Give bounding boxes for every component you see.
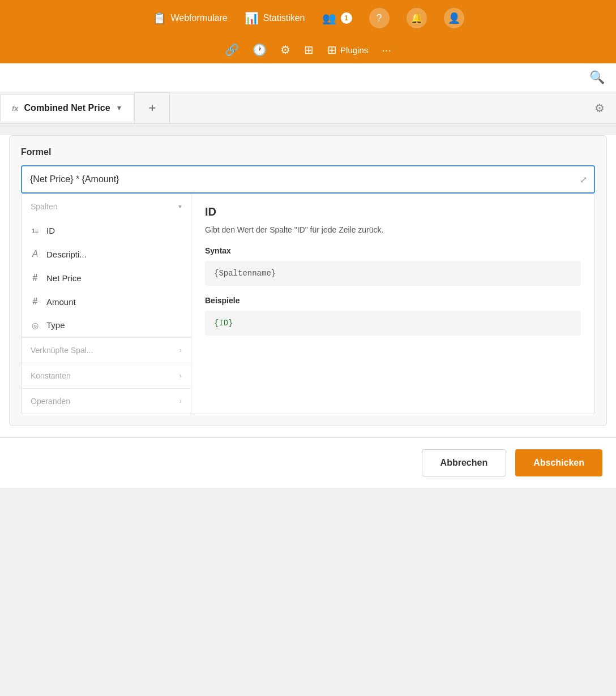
code-icon: ⊞ bbox=[304, 43, 314, 57]
id-icon: 1≡ bbox=[31, 227, 40, 234]
konstanten-label: Konstanten bbox=[31, 371, 71, 380]
bell-icon: 🔔 bbox=[410, 12, 423, 24]
more-icon: ··· bbox=[382, 44, 391, 57]
statistiken-icon: 📊 bbox=[245, 11, 259, 25]
plugins-grid-icon: ⊞ bbox=[327, 43, 337, 57]
operanden-section[interactable]: Operanden › bbox=[22, 388, 191, 414]
syntax-label: Syntax bbox=[205, 246, 581, 255]
list-item[interactable]: # Net Price bbox=[22, 266, 191, 290]
users-icon: 👥 bbox=[322, 11, 336, 25]
nav-statistiken[interactable]: 📊 Statistiken bbox=[245, 11, 305, 25]
hash-icon-2: # bbox=[31, 297, 40, 307]
syntax-value: {Spaltenname} bbox=[214, 269, 276, 278]
gear-icon: ⚙ bbox=[594, 102, 605, 114]
letter-icon: A bbox=[31, 249, 40, 259]
syntax-code: {Spaltenname} bbox=[205, 261, 581, 286]
chevron-right-icon-1: › bbox=[179, 346, 182, 354]
webformulare-icon: 📋 bbox=[152, 11, 166, 25]
expand-icon[interactable]: ⤢ bbox=[580, 174, 587, 185]
help-icon: ? bbox=[376, 12, 382, 24]
share-icon: 🔗 bbox=[225, 43, 239, 57]
beispiele-value: {ID} bbox=[214, 319, 233, 328]
verknuepfte-section[interactable]: Verknüpfte Spal... › bbox=[22, 337, 191, 363]
search-area: 🔍 bbox=[0, 63, 616, 92]
history-button[interactable]: 🕐 bbox=[253, 43, 267, 57]
nav-users[interactable]: 👥 1 bbox=[322, 11, 352, 25]
item-label-type: Type bbox=[46, 320, 65, 330]
nav-row1: 📋 Webformulare 📊 Statistiken 👥 1 ? 🔔 👤 bbox=[11, 0, 605, 36]
item-label-description: Descripti... bbox=[46, 250, 87, 259]
bottom-actions: Abbrechen Abschicken bbox=[0, 437, 616, 488]
tab-bar: fx Combined Net Price ▼ + ⚙ bbox=[0, 92, 616, 124]
detail-title: ID bbox=[205, 205, 581, 218]
formula-input-wrapper: ⤢ bbox=[21, 165, 595, 194]
search-button[interactable]: 🔍 bbox=[589, 70, 605, 85]
tab-combined-net-price[interactable]: fx Combined Net Price ▼ bbox=[0, 94, 134, 121]
item-label-id: ID bbox=[46, 226, 55, 235]
formula-label: Formel bbox=[21, 147, 595, 157]
share-button[interactable]: 🔗 bbox=[225, 43, 239, 57]
autocomplete-panel: Spalten ▾ 1≡ ID A Descripti... # Net Pri… bbox=[21, 194, 595, 414]
notifications-button[interactable]: 🔔 bbox=[407, 8, 427, 28]
verknuepfte-label: Verknüpfte Spal... bbox=[31, 346, 93, 355]
tab-title: Combined Net Price bbox=[24, 103, 110, 113]
konstanten-section[interactable]: Konstanten › bbox=[22, 363, 191, 388]
chevron-right-icon-3: › bbox=[179, 397, 182, 405]
nav-statistiken-label: Statistiken bbox=[263, 13, 305, 23]
operanden-label: Operanden bbox=[31, 397, 70, 406]
plugins-label: Plugins bbox=[340, 45, 368, 55]
list-item[interactable]: ◎ Type bbox=[22, 313, 191, 337]
chevron-right-icon-2: › bbox=[179, 372, 182, 380]
history-icon: 🕐 bbox=[253, 43, 267, 57]
plugins-button[interactable]: ⊞ Plugins bbox=[327, 43, 368, 57]
submit-button[interactable]: Abschicken bbox=[515, 449, 602, 476]
tab-dropdown-icon: ▼ bbox=[116, 104, 123, 112]
settings2-icon: ⚙ bbox=[280, 43, 290, 57]
list-item[interactable]: # Amount bbox=[22, 290, 191, 313]
cancel-button[interactable]: Abbrechen bbox=[422, 449, 507, 476]
formula-section: Formel ⤢ Spalten ▾ 1≡ ID A Descripti... bbox=[9, 135, 607, 426]
autocomplete-right-col: ID Gibt den Wert der Spalte "ID" für jed… bbox=[191, 194, 594, 414]
item-label-netprice: Net Price bbox=[46, 273, 82, 283]
hash-icon-1: # bbox=[31, 273, 40, 283]
settings2-button[interactable]: ⚙ bbox=[280, 43, 290, 57]
item-label-amount: Amount bbox=[46, 297, 76, 307]
formula-input[interactable] bbox=[30, 174, 571, 184]
code-button[interactable]: ⊞ bbox=[304, 43, 314, 57]
detail-description: Gibt den Wert der Spalte "ID" für jede Z… bbox=[205, 224, 581, 236]
spalten-section-header[interactable]: Spalten ▾ bbox=[22, 194, 191, 219]
tab-gear-button[interactable]: ⚙ bbox=[583, 93, 616, 123]
tab-add-button[interactable]: + bbox=[134, 92, 170, 123]
nav-webformulare-label: Webformulare bbox=[171, 13, 228, 23]
top-nav: 📋 Webformulare 📊 Statistiken 👥 1 ? 🔔 👤 🔗… bbox=[0, 0, 616, 63]
beispiele-label: Beispiele bbox=[205, 296, 581, 305]
avatar-button[interactable]: 👤 bbox=[444, 8, 464, 28]
autocomplete-left-col: Spalten ▾ 1≡ ID A Descripti... # Net Pri… bbox=[22, 194, 191, 414]
beispiele-code: {ID} bbox=[205, 311, 581, 336]
tab-add-icon: + bbox=[148, 101, 156, 115]
list-item[interactable]: A Descripti... bbox=[22, 242, 191, 266]
shield-icon: ◎ bbox=[31, 321, 40, 330]
spalten-label: Spalten bbox=[31, 202, 57, 211]
nav-row2: 🔗 🕐 ⚙ ⊞ ⊞ Plugins ··· bbox=[11, 36, 605, 63]
users-badge: 1 bbox=[341, 12, 352, 24]
more-button[interactable]: ··· bbox=[382, 44, 391, 57]
tab-fx-label: fx bbox=[12, 104, 19, 113]
help-button[interactable]: ? bbox=[369, 8, 390, 28]
avatar-icon: 👤 bbox=[448, 12, 460, 24]
main-content: Formel ⤢ Spalten ▾ 1≡ ID A Descripti... bbox=[0, 135, 616, 488]
list-item[interactable]: 1≡ ID bbox=[22, 219, 191, 242]
spalten-dropdown-icon: ▾ bbox=[178, 203, 182, 210]
nav-webformulare[interactable]: 📋 Webformulare bbox=[152, 11, 228, 25]
